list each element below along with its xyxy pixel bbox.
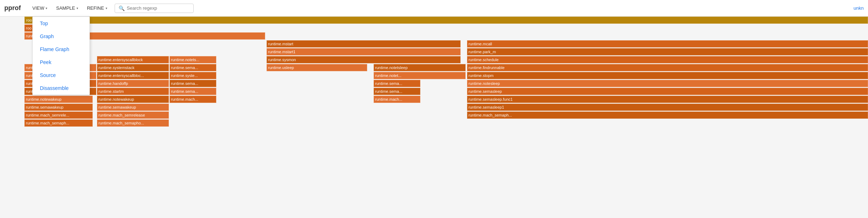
flamegraph-block[interactable]: runtime.sema... bbox=[170, 88, 216, 95]
view-label: VIEW bbox=[32, 5, 44, 11]
dropdown-item-flame-graph[interactable]: Flame Graph bbox=[33, 43, 89, 56]
flamegraph-block[interactable]: runtime.handoffp bbox=[97, 80, 169, 87]
flamegraph-block[interactable]: runtime.notet... bbox=[374, 72, 466, 79]
nav-right-link[interactable]: unkn bbox=[854, 5, 864, 11]
flamegraph-block[interactable]: runtime.notets... bbox=[170, 56, 216, 63]
flamegraph-block[interactable]: runtime.syste... bbox=[170, 72, 216, 79]
flamegraph-block[interactable]: runtime.schedule bbox=[467, 56, 868, 63]
flamegraph-block[interactable]: runtime.notewakeup bbox=[24, 96, 93, 103]
navbar: pprof VIEW ▾ SAMPLE ▾ REFINE ▾ 🔍 unkn bbox=[0, 0, 868, 17]
refine-label: REFINE bbox=[87, 5, 104, 11]
flamegraph-block[interactable]: runtime.startm bbox=[97, 88, 169, 95]
flamegraph-block[interactable]: runtime.sema... bbox=[170, 80, 216, 87]
flamegraph-block[interactable]: runtime.mcall bbox=[467, 40, 868, 47]
flamegraph-block[interactable]: runtime.semawakeup bbox=[97, 104, 169, 111]
flamegraph-block[interactable]: runtime.mstart1 bbox=[267, 48, 461, 55]
flamegraph-block[interactable]: runtime.mach_semrele... bbox=[24, 112, 93, 119]
refine-arrow-icon: ▾ bbox=[106, 6, 107, 10]
dropdown-item-disassemble[interactable]: Disassemble bbox=[33, 82, 89, 95]
sample-arrow-icon: ▾ bbox=[77, 6, 78, 10]
flamegraph-block[interactable]: runtime.semawakeup bbox=[24, 104, 93, 111]
search-box[interactable]: 🔍 bbox=[115, 4, 194, 13]
dropdown-item-peek[interactable]: Peek bbox=[33, 56, 89, 69]
flamegraph-block[interactable]: runtime.entersyscallblock bbox=[97, 56, 169, 63]
flamegraph-block[interactable]: runtime.notesleep bbox=[467, 80, 868, 87]
search-input[interactable] bbox=[127, 5, 190, 11]
dropdown-item-top[interactable]: Top bbox=[33, 17, 89, 30]
flamegraph-block[interactable]: runtime.systemstack bbox=[97, 64, 169, 71]
sample-menu[interactable]: SAMPLE ▾ bbox=[52, 0, 83, 16]
flamegraph-block[interactable]: runtime.notewakeup bbox=[97, 96, 169, 103]
flamegraph-block[interactable]: runtime.sema... bbox=[374, 88, 420, 95]
flamegraph-block[interactable]: runtime.mach... bbox=[374, 96, 420, 103]
view-arrow-icon: ▾ bbox=[46, 6, 47, 10]
flamegraph-block[interactable]: runtime.mach_semaph... bbox=[24, 119, 93, 127]
flamegraph-block[interactable]: runtime.mstart bbox=[267, 40, 461, 47]
app-brand: pprof bbox=[4, 4, 21, 12]
flamegraph-block[interactable]: runtime.mach_semaph... bbox=[467, 112, 868, 119]
flamegraph-block[interactable]: runtime.semasleep bbox=[467, 88, 868, 95]
flamegraph-block[interactable]: runtime.mach... bbox=[170, 96, 216, 103]
refine-menu[interactable]: REFINE ▾ bbox=[83, 0, 112, 16]
flamegraph-block[interactable]: runtime.sysmon bbox=[267, 56, 461, 63]
flamegraph-block[interactable]: runtime.notetsleep bbox=[374, 64, 466, 71]
flamegraph-block[interactable]: runtime.usleep bbox=[267, 64, 367, 71]
search-icon: 🔍 bbox=[119, 5, 125, 11]
sample-label: SAMPLE bbox=[56, 5, 75, 11]
view-menu[interactable]: VIEW ▾ bbox=[28, 0, 52, 16]
flamegraph-block[interactable]: runtime.entersyscallbloc... bbox=[97, 72, 169, 79]
main-content: roorooruntruntime.mstartruntime.mcallrun… bbox=[0, 17, 868, 218]
flamegraph-container: roorooruntruntime.mstartruntime.mcallrun… bbox=[0, 17, 868, 218]
flamegraph-block[interactable]: runtime.semasleep.func1 bbox=[467, 96, 868, 103]
flamegraph-block[interactable]: runtime.mach_semrelease bbox=[97, 112, 169, 119]
flamegraph-block[interactable]: runtime.park_m bbox=[467, 48, 868, 55]
flamegraph-block[interactable]: runtime.semasleep1 bbox=[467, 104, 868, 111]
dropdown-item-graph[interactable]: Graph bbox=[33, 30, 89, 43]
flamegraph-root-block[interactable]: roo bbox=[24, 17, 868, 24]
dropdown-item-source[interactable]: Source bbox=[33, 69, 89, 82]
flamegraph-block[interactable]: runtime.stopm bbox=[467, 72, 868, 79]
flamegraph-block[interactable]: runtime.sema... bbox=[170, 64, 216, 71]
flamegraph-block[interactable]: runtime.mach_semapho... bbox=[97, 119, 169, 127]
view-dropdown: Top Graph Flame Graph Peek Source Disass… bbox=[32, 17, 90, 95]
flamegraph-block[interactable]: runtime.sema... bbox=[374, 80, 420, 87]
flamegraph-block[interactable]: runtime.findrunnable bbox=[467, 64, 868, 71]
